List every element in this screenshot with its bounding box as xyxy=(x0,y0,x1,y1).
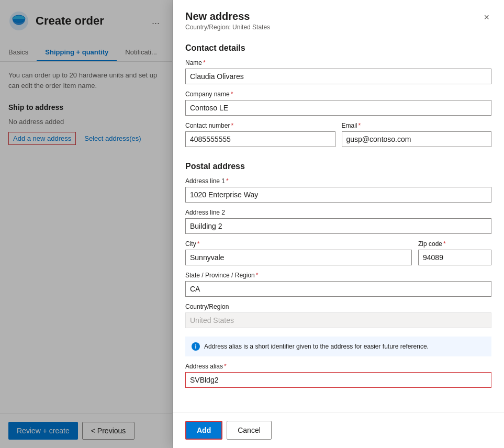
info-box: i Address alias is a short identifier gi… xyxy=(185,337,491,356)
email-input[interactable] xyxy=(342,131,492,147)
modal-title: New address xyxy=(185,10,270,23)
modal-header: New address Country/Region: United State… xyxy=(173,0,504,35)
new-address-panel: New address Country/Region: United State… xyxy=(173,0,504,448)
company-field-group: Company name* xyxy=(185,91,491,116)
address-line2-field-group: Address line 2 xyxy=(185,209,491,234)
address-line1-field-group: Address line 1* xyxy=(185,177,491,203)
email-field-group: Email* xyxy=(342,122,492,147)
contact-input[interactable] xyxy=(185,131,335,147)
zip-field-group: Zip code* xyxy=(418,240,491,265)
city-label: City* xyxy=(185,240,412,248)
name-input[interactable] xyxy=(185,69,491,84)
alias-label: Address alias* xyxy=(185,363,491,370)
address-line1-input[interactable] xyxy=(185,187,491,203)
modal-footer: Add Cancel xyxy=(173,412,504,448)
state-label: State / Province / Region* xyxy=(185,272,491,279)
country-input xyxy=(185,312,491,328)
info-text: Address alias is a short identifier give… xyxy=(204,342,429,351)
company-label: Company name* xyxy=(185,91,491,98)
name-label: Name* xyxy=(185,59,491,66)
address-alias-input[interactable] xyxy=(185,372,491,388)
city-input[interactable] xyxy=(185,250,412,265)
city-zip-row: City* Zip code* xyxy=(185,240,491,272)
state-input[interactable] xyxy=(185,281,491,297)
modal-body: Contact details Name* Company name* Cont… xyxy=(173,35,504,412)
modal-subtitle: Country/Region: United States xyxy=(185,24,270,31)
email-label: Email* xyxy=(342,122,492,129)
address-line2-input[interactable] xyxy=(185,218,491,234)
contact-email-row: Contact number* Email* xyxy=(185,122,491,153)
modal-title-group: New address Country/Region: United State… xyxy=(185,10,270,31)
contact-label: Contact number* xyxy=(185,122,335,129)
address-line1-label: Address line 1* xyxy=(185,177,491,185)
contact-field-group: Contact number* xyxy=(185,122,335,147)
country-label: Country/Region xyxy=(185,303,491,310)
contact-section-heading: Contact details xyxy=(185,43,491,53)
state-field-group: State / Province / Region* xyxy=(185,272,491,297)
add-address-submit-button[interactable]: Add xyxy=(185,421,222,440)
address-line2-label: Address line 2 xyxy=(185,209,491,216)
company-input[interactable] xyxy=(185,100,491,116)
zip-label: Zip code* xyxy=(418,240,491,248)
name-field-group: Name* xyxy=(185,59,491,84)
cancel-button[interactable]: Cancel xyxy=(227,421,272,440)
info-icon: i xyxy=(192,342,200,351)
close-modal-button[interactable]: × xyxy=(481,10,491,24)
alias-field-group: Address alias* xyxy=(185,363,491,388)
zip-input[interactable] xyxy=(418,250,491,265)
postal-section-heading: Postal address xyxy=(185,162,491,171)
city-field-group: City* xyxy=(185,240,412,265)
country-field-group: Country/Region xyxy=(185,303,491,328)
